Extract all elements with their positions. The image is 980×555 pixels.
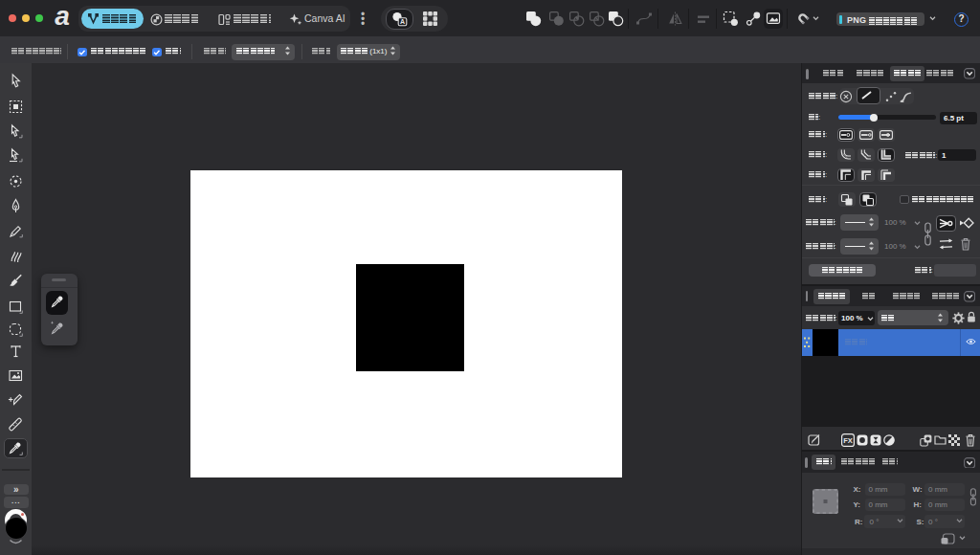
svg-text:FX: FX [843,436,853,445]
svg-text:A: A [400,18,405,25]
